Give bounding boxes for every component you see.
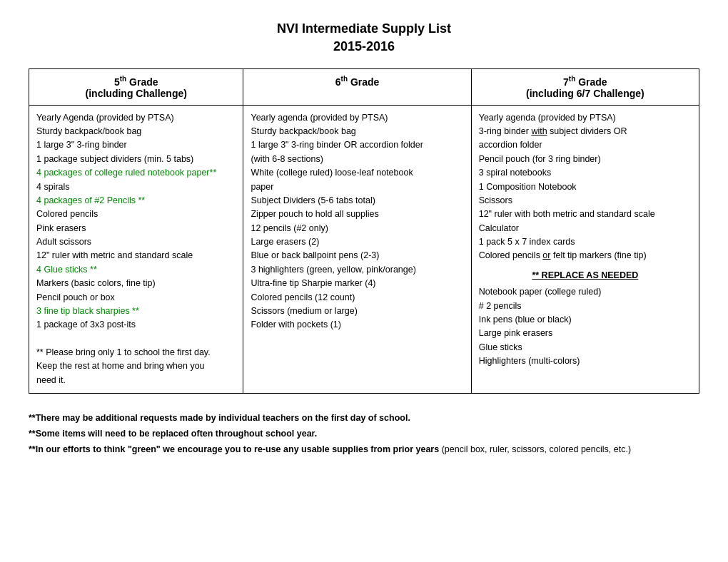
page-title: NVI Intermediate Supply List (29, 21, 699, 36)
footnote3: **In our efforts to think "green" we enc… (29, 442, 699, 456)
grade5-item-sharpies: 3 fine tip black sharpies ** (36, 306, 139, 316)
grade5-cell: Yearly Agenda (provided by PTSA) Sturdy … (29, 105, 243, 394)
grade5-items: Yearly Agenda (provided by PTSA) Sturdy … (36, 111, 236, 332)
grade5-item-glue: 4 Glue sticks ** (36, 265, 97, 275)
grade7-cell: Yearly agenda (provided by PTSA) 3-ring … (471, 105, 699, 394)
grade5-note: ** Please bring only 1 to school the fir… (36, 346, 236, 387)
page-year: 2015-2016 (29, 39, 699, 54)
footnote2: **Some items will need to be replaced of… (29, 426, 699, 441)
footnotes: **There may be additional requests made … (29, 411, 699, 456)
footnote1: **There may be additional requests made … (29, 411, 699, 425)
replace-header: ** REPLACE AS NEEDED (479, 269, 692, 282)
grade6-header: 6th Grade (243, 69, 471, 106)
grade5-item-pencils: 4 packages of #2 Pencils ** (36, 195, 145, 205)
grade7-header: 7th Grade(including 6/7 Challenge) (471, 69, 699, 106)
grade5-header: 5th Grade(including Challenge) (29, 69, 243, 106)
grade5-item-paper: 4 packages of college ruled notebook pap… (36, 168, 216, 178)
grade6-cell: Yearly agenda (provided by PTSA) Sturdy … (243, 105, 471, 394)
supply-table: 5th Grade(including Challenge) 6th Grade… (29, 68, 699, 394)
